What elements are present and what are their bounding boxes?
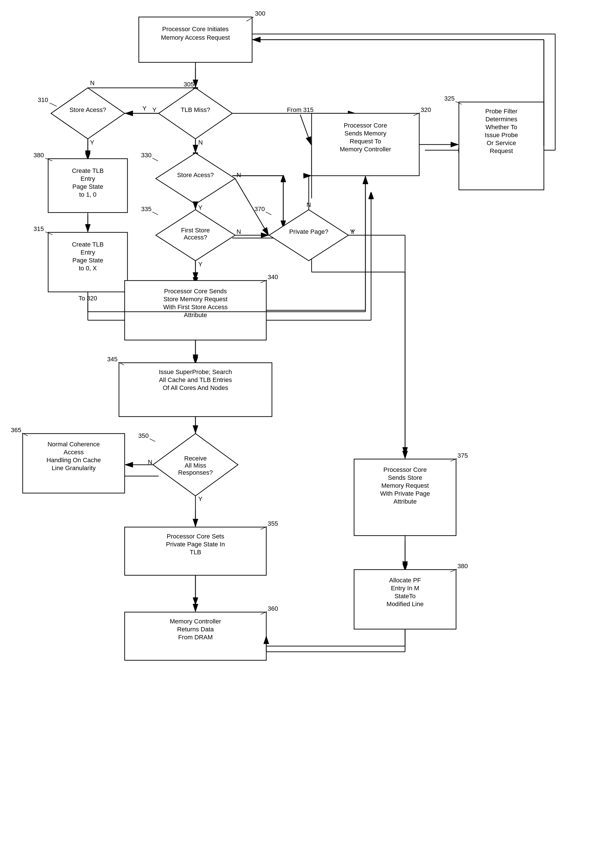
svg-text:Y: Y: [198, 261, 202, 268]
svg-text:Or Service: Or Service: [486, 139, 516, 146]
svg-text:Y: Y: [351, 228, 355, 235]
svg-text:to 0, X: to 0, X: [79, 265, 97, 272]
svg-text:Receive: Receive: [184, 455, 206, 462]
svg-text:375: 375: [457, 452, 468, 459]
svg-line-104: [266, 212, 271, 215]
svg-text:Y: Y: [90, 139, 94, 146]
svg-text:First Store: First Store: [181, 227, 209, 234]
svg-text:TLB Miss?: TLB Miss?: [181, 106, 210, 113]
svg-text:Memory Controller: Memory Controller: [170, 618, 221, 625]
svg-text:Sends Store: Sends Store: [388, 474, 422, 481]
svg-text:380: 380: [34, 152, 44, 159]
svg-text:345: 345: [107, 356, 118, 363]
svg-text:Memory Access Request: Memory Access Request: [161, 34, 230, 41]
svg-text:Attribute: Attribute: [394, 498, 417, 505]
svg-marker-44: [159, 88, 232, 139]
svg-text:Entry: Entry: [80, 249, 95, 256]
svg-text:Memory Controller: Memory Controller: [340, 146, 391, 153]
svg-text:Store Acess?: Store Acess?: [177, 171, 214, 179]
svg-text:310: 310: [38, 96, 48, 103]
svg-text:355: 355: [268, 520, 278, 527]
svg-text:315: 315: [34, 225, 44, 232]
svg-text:Handling On Cache: Handling On Cache: [46, 456, 101, 464]
svg-text:Y: Y: [198, 495, 202, 502]
svg-text:StateTo: StateTo: [395, 593, 416, 599]
svg-text:N: N: [198, 139, 203, 146]
svg-text:Probe Filter: Probe Filter: [485, 108, 517, 115]
svg-text:Memory Request: Memory Request: [381, 482, 429, 489]
svg-text:Page State: Page State: [72, 183, 103, 190]
svg-text:Y: Y: [152, 106, 157, 113]
svg-text:Store Acess?: Store Acess?: [69, 106, 106, 113]
svg-text:320: 320: [421, 106, 431, 113]
svg-marker-86: [156, 153, 235, 204]
svg-text:360: 360: [268, 605, 278, 612]
svg-text:Of All Cores And Nodes: Of All Cores And Nodes: [162, 384, 228, 391]
svg-text:335: 335: [141, 205, 152, 213]
svg-text:Returns Data: Returns Data: [177, 626, 214, 633]
svg-text:370: 370: [254, 205, 265, 213]
svg-text:Modified Line: Modified Line: [387, 601, 424, 608]
svg-marker-50: [51, 88, 125, 139]
svg-text:325: 325: [444, 95, 455, 102]
svg-text:to 1, 0: to 1, 0: [79, 191, 96, 198]
svg-text:Access: Access: [64, 449, 84, 456]
svg-text:330: 330: [141, 152, 152, 159]
svg-text:305: 305: [184, 81, 194, 88]
svg-text:Issue SuperProbe; Search: Issue SuperProbe; Search: [159, 368, 232, 375]
svg-text:Sends Memory: Sends Memory: [345, 130, 386, 137]
svg-text:TLB: TLB: [190, 549, 201, 556]
svg-text:Line Granularity: Line Granularity: [52, 465, 96, 472]
svg-text:N: N: [237, 228, 241, 235]
svg-text:Page State: Page State: [72, 257, 103, 264]
svg-text:Processor Core: Processor Core: [344, 122, 387, 129]
svg-text:Private Page?: Private Page?: [289, 228, 328, 235]
svg-text:Private Page State In: Private Page State In: [166, 541, 225, 548]
svg-text:Attribute: Attribute: [184, 311, 207, 319]
svg-text:With Private Page: With Private Page: [380, 490, 430, 497]
svg-text:Normal Coherence: Normal Coherence: [47, 441, 100, 448]
svg-text:340: 340: [268, 273, 278, 280]
svg-text:N: N: [237, 171, 241, 179]
svg-text:With First Store Access: With First Store Access: [163, 304, 227, 311]
svg-text:Processor Core: Processor Core: [383, 466, 427, 473]
svg-line-98: [152, 212, 158, 215]
svg-text:365: 365: [11, 427, 21, 434]
svg-text:Store Memory Request: Store Memory Request: [164, 295, 227, 303]
svg-text:Y: Y: [143, 105, 147, 112]
svg-line-53: [50, 103, 57, 106]
svg-text:300: 300: [255, 10, 265, 17]
svg-text:N: N: [90, 79, 94, 86]
svg-line-165: [300, 115, 311, 145]
svg-text:Processor Core Initiates: Processor Core Initiates: [162, 25, 229, 32]
svg-text:Processor Core Sets: Processor Core Sets: [167, 533, 224, 540]
svg-text:Create TLB: Create TLB: [72, 167, 104, 174]
svg-text:From 315: From 315: [287, 106, 314, 113]
main-diagram: Processor Core Initiates Memory Access R…: [0, 0, 594, 868]
svg-text:From DRAM: From DRAM: [178, 634, 213, 641]
svg-text:All Cache and TLB Entries: All Cache and TLB Entries: [159, 376, 232, 384]
svg-text:Whether To: Whether To: [485, 124, 517, 131]
svg-text:Access?: Access?: [184, 234, 207, 241]
flowchart-svg: Processor Core Initiates Memory Access R…: [0, 0, 594, 868]
svg-text:Entry In M: Entry In M: [391, 585, 419, 592]
svg-text:Y: Y: [198, 204, 202, 211]
svg-line-91: [152, 158, 158, 161]
svg-text:Responses?: Responses?: [178, 469, 213, 476]
svg-text:Issue Probe: Issue Probe: [485, 131, 518, 139]
svg-text:Create TLB: Create TLB: [72, 241, 104, 248]
svg-text:Processor Core Sends: Processor Core Sends: [164, 288, 227, 295]
svg-text:350: 350: [138, 432, 149, 439]
svg-marker-99: [269, 210, 348, 261]
svg-text:380: 380: [457, 562, 468, 570]
svg-line-131: [150, 439, 155, 441]
svg-text:Allocate PF: Allocate PF: [389, 577, 421, 584]
svg-text:Request: Request: [490, 148, 513, 155]
svg-text:All Miss: All Miss: [185, 462, 206, 469]
svg-text:Entry: Entry: [80, 175, 95, 182]
svg-text:Determines: Determines: [485, 116, 517, 123]
svg-text:Request To: Request To: [350, 138, 381, 145]
